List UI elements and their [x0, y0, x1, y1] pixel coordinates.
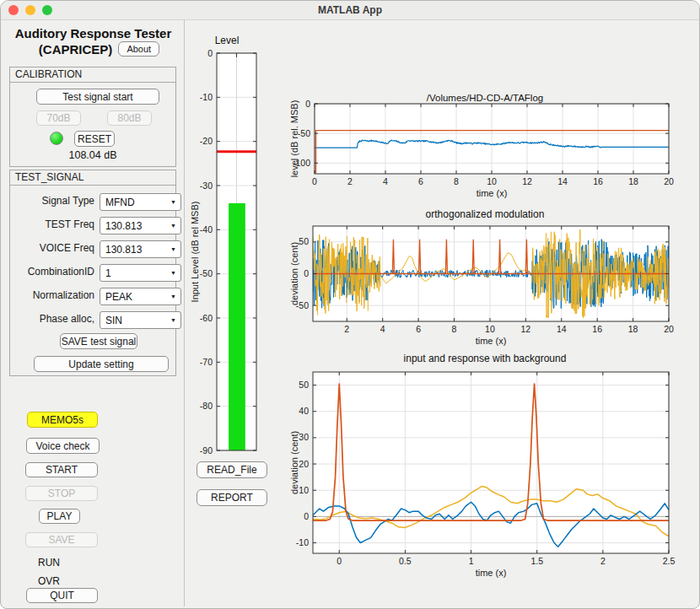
- test-signal-start-button[interactable]: Test signal start: [36, 89, 159, 105]
- x-axis-label: time (x): [477, 188, 508, 198]
- stop-button[interactable]: STOP: [25, 486, 98, 501]
- y-tick-label: -10: [200, 92, 213, 102]
- x-tick-label: 2: [344, 324, 349, 334]
- test-signal-panel: TEST_SIGNAL Signal Type MFND ▼ TEST Freq…: [9, 170, 176, 376]
- ovr-label: OVR: [38, 575, 60, 587]
- y-tick-label: 0: [305, 99, 310, 109]
- close-window-button[interactable]: [8, 5, 19, 15]
- 80db-button[interactable]: 80dB: [107, 110, 152, 126]
- signal-type-label: Signal Type: [10, 193, 94, 209]
- report-button[interactable]: REPORT: [197, 489, 267, 506]
- phase-alloc-dropdown[interactable]: SIN ▼: [100, 311, 181, 329]
- x-axis-label: time (x): [476, 336, 507, 346]
- y-tick-label: 20: [299, 459, 309, 469]
- reset-button[interactable]: RESET: [74, 131, 115, 147]
- app-title-line2: (CAPRICEP): [39, 42, 113, 57]
- y-tick-label: 30: [299, 432, 309, 442]
- x-axis-label: time (x): [476, 568, 507, 578]
- combination-id-label: CombinationID: [10, 264, 94, 280]
- window-controls: [8, 5, 52, 15]
- zoom-window-button[interactable]: [42, 5, 52, 15]
- test-freq-label: TEST Freq: [10, 217, 94, 233]
- update-setting-button[interactable]: Update setting: [34, 356, 169, 372]
- y-tick-label: -80: [200, 401, 213, 411]
- level-meter-title: Level: [188, 35, 266, 46]
- y-tick-label: 10: [299, 485, 309, 495]
- y-tick-label: 50: [299, 380, 309, 390]
- read-file-button[interactable]: READ_File: [197, 461, 267, 478]
- window-title: MATLAB App: [318, 4, 382, 16]
- x-tick-label: 1: [469, 556, 474, 566]
- voice-freq-dropdown[interactable]: 130.813 ▼: [100, 240, 181, 258]
- x-tick-label: 0.5: [399, 556, 412, 566]
- x-tick-label: 10: [487, 176, 497, 186]
- level-bar: [229, 203, 245, 450]
- y-axis-label: Input Level (dB rel MSB): [190, 202, 200, 303]
- y-tick-label: -70: [200, 357, 213, 367]
- x-tick-label: 18: [628, 176, 638, 186]
- phase-alloc-row: Phase alloc, SIN ▼: [10, 311, 175, 327]
- test-signal-panel-title: TEST_SIGNAL: [10, 170, 175, 186]
- normalization-label: Normalization: [10, 288, 94, 304]
- minimize-window-button[interactable]: [25, 5, 35, 15]
- x-tick-label: 6: [416, 324, 421, 334]
- y-tick-label: -90: [200, 445, 213, 455]
- play-button[interactable]: PLAY: [39, 509, 80, 524]
- x-tick-label: 10: [485, 324, 495, 334]
- x-tick-label: 16: [593, 176, 603, 186]
- normalization-row: Normalization PEAK ▼: [10, 288, 175, 304]
- y-tick-label: -60: [200, 313, 213, 323]
- about-button[interactable]: About: [118, 41, 159, 57]
- voice-freq-row: VOICE Freq 130.813 ▼: [10, 240, 175, 256]
- x-tick-label: 20: [664, 176, 674, 186]
- calibration-panel-title: CALIBRATION: [10, 67, 175, 83]
- x-tick-label: 2.5: [663, 556, 676, 566]
- plot-area: [313, 372, 669, 553]
- y-tick-label: -20: [200, 136, 213, 146]
- quit-button[interactable]: QUIT: [26, 588, 98, 603]
- x-tick-label: 4: [383, 176, 388, 186]
- response-plot: 00.511.522.5-1001020304050time (x)deviat…: [288, 364, 682, 583]
- chevron-down-icon: ▼: [170, 246, 176, 252]
- y-tick-label: 40: [299, 406, 309, 416]
- x-tick-label: 12: [522, 176, 532, 186]
- y-tick-label: -50: [200, 268, 213, 278]
- test-freq-dropdown[interactable]: 130.813 ▼: [100, 217, 181, 234]
- y-tick-label: -40: [200, 224, 213, 234]
- save-button[interactable]: SAVE: [25, 532, 98, 547]
- app-title-line1: Auditory Response Tester: [3, 26, 184, 40]
- phase-alloc-label: Phase alloc,: [10, 311, 94, 327]
- test-freq-row: TEST Freq 130.813 ▼: [10, 217, 175, 233]
- y-axis-label: deviation (cent): [289, 431, 299, 494]
- chevron-down-icon: ▼: [170, 223, 176, 229]
- y-tick-label: 0: [304, 268, 309, 278]
- chevron-down-icon: ▼: [170, 317, 176, 323]
- start-button[interactable]: START: [25, 462, 98, 477]
- voice-check-button[interactable]: Voice check: [26, 438, 100, 454]
- x-tick-label: 12: [521, 324, 531, 334]
- y-axis-label: level (dB rel. MSB): [289, 100, 299, 178]
- combination-id-dropdown[interactable]: 1 ▼: [100, 264, 181, 282]
- x-tick-label: 8: [454, 176, 459, 186]
- x-tick-label: 6: [418, 176, 423, 186]
- y-tick-label: -50: [298, 128, 310, 138]
- app-title-row2: (CAPRICEP) About: [3, 41, 184, 57]
- y-tick-label: -10: [296, 537, 309, 547]
- y-axis-label: deviation (cent): [289, 242, 299, 305]
- memo5s-button[interactable]: MEMO5s: [27, 412, 98, 428]
- level-meter-chart: 0-10-20-30-40-50-60-70-80-90Input Level …: [188, 47, 266, 462]
- x-tick-label: 20: [664, 324, 674, 334]
- x-tick-label: 14: [557, 324, 567, 334]
- normalization-dropdown[interactable]: PEAK ▼: [100, 288, 181, 305]
- signal-type-dropdown[interactable]: MFND ▼: [100, 193, 181, 211]
- y-tick-label: -30: [200, 181, 213, 191]
- calibration-lamp-indicator: [50, 132, 63, 145]
- signal-type-row: Signal Type MFND ▼: [10, 193, 175, 209]
- matlab-app-window: MATLAB App Auditory Response Tester (CAP…: [0, 0, 700, 609]
- save-test-signal-button[interactable]: SAVE test signal: [60, 333, 137, 349]
- y-tick-label: 0: [304, 511, 309, 521]
- x-tick-label: 16: [592, 324, 602, 334]
- 70db-button[interactable]: 70dB: [36, 110, 81, 126]
- x-tick-label: 0: [312, 176, 317, 186]
- x-tick-label: 8: [452, 324, 457, 334]
